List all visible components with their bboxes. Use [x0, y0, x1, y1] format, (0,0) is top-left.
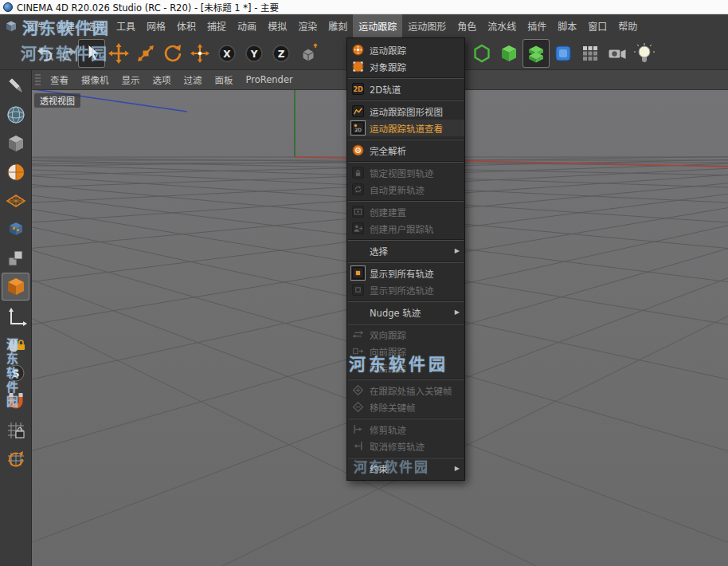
coordinate-system-icon[interactable] [295, 39, 322, 68]
svg-text:2D: 2D [355, 128, 362, 132]
live-selection-icon[interactable] [78, 39, 105, 68]
x-axis-lock-icon[interactable]: X [213, 39, 241, 68]
enable-axis-icon[interactable] [2, 301, 29, 329]
menubar-item-tools[interactable]: 工具 [111, 14, 141, 37]
menubar-item-mesh[interactable]: 网格 [141, 14, 171, 37]
menu-item-label: 双向跟踪 [370, 328, 406, 341]
insert-keyframe-icon [351, 383, 365, 397]
menu-item-constraint[interactable]: 约束▶ [347, 460, 464, 477]
window-title: CINEMA 4D R20.026 Studio (RC - R20) - [未… [17, 1, 279, 14]
scale-tool-icon[interactable] [132, 39, 159, 68]
menu-item-motion-tracker[interactable]: 运动跟踪 [347, 41, 464, 58]
menubar-item-create[interactable]: 创建 [50, 14, 80, 37]
menu-separator [348, 301, 464, 302]
model-mode-icon[interactable] [2, 129, 29, 157]
menu-item-graph-view[interactable]: 运动跟踪图形视图 [347, 103, 464, 120]
texture-mode-icon[interactable] [2, 158, 29, 186]
viewport-menu-view[interactable]: 查看 [44, 73, 75, 86]
menubar-item-window[interactable]: 窗口 [582, 14, 613, 37]
viewport-menu-panel[interactable]: 面板 [209, 73, 240, 86]
undo-icon[interactable] [35, 39, 57, 68]
track-bidirectional-icon [351, 328, 365, 341]
menu-item-show-all-tracks[interactable]: 显示到所有轨迹 [347, 265, 464, 281]
rotate-tool-icon[interactable] [159, 39, 186, 68]
menubar-item-sculpt[interactable]: 雕刻 [323, 14, 353, 37]
menu-item-label: 在跟踪处插入关键帧 [370, 384, 452, 397]
workplane-mode-icon[interactable] [2, 187, 29, 214]
svg-text:Z: Z [278, 49, 285, 60]
create-user-track-icon [351, 222, 365, 235]
show-selected-tracks-icon [351, 283, 365, 297]
menu-item-track-forward: 向前跟踪 [347, 343, 464, 360]
menubar-item-script[interactable]: 脚本 [552, 14, 582, 37]
menubar-item-animate[interactable]: 动画 [232, 14, 262, 37]
menubar-item-pipeline[interactable]: 流水线 [482, 14, 522, 37]
viewport-menu-options[interactable]: 选项 [147, 73, 178, 86]
menubar-item-snap[interactable]: 捕捉 [202, 14, 232, 37]
menu-item-nudge-track[interactable]: Nudge 轨迹▶ [347, 304, 464, 320]
points-mode-icon[interactable] [2, 215, 29, 243]
z-axis-lock-icon[interactable]: Z [268, 39, 295, 68]
workplane-snap-icon[interactable] [2, 445, 29, 473]
svg-text:S: S [12, 368, 19, 379]
axis-lock-icon[interactable] [2, 330, 29, 358]
snap-magnet-icon[interactable] [2, 387, 29, 415]
menu-item-label: 运动跟踪 [370, 44, 406, 57]
last-tool-icon[interactable] [186, 39, 213, 68]
menubar-item-character[interactable]: 角色 [452, 14, 482, 37]
redo-icon[interactable] [57, 39, 78, 68]
menu-separator [348, 77, 464, 79]
viewport-solo-icon[interactable]: S [2, 359, 29, 387]
menubar-item-file[interactable]: 文件 [20, 14, 50, 37]
menubar-item-motion-graphics[interactable]: 运动图形 [402, 14, 452, 37]
menubar-item-select[interactable]: 选择 [80, 14, 111, 37]
menubar-item-simulate[interactable]: 模拟 [262, 14, 292, 37]
menubar-item-motion-tracker[interactable]: 运动跟踪 [353, 14, 402, 37]
show-all-tracks-icon [351, 266, 365, 280]
move-tool-icon[interactable] [105, 39, 132, 68]
menu-item-object-tracker[interactable]: 对象跟踪 [347, 58, 464, 75]
menu-item-select[interactable]: 选择▶ [347, 242, 464, 259]
track-view-icon: 2D [351, 121, 365, 135]
menu-item-create-user-track: 创建用户跟踪轨 [347, 220, 464, 237]
workplane-lock-icon[interactable] [2, 416, 29, 444]
object-tracker-icon [351, 60, 365, 73]
menubar-item-help[interactable]: 帮助 [613, 14, 643, 37]
menu-separator [348, 200, 464, 202]
left-toolbar: S [0, 70, 32, 566]
camera-icon[interactable] [604, 39, 631, 68]
array-icon[interactable] [577, 39, 604, 68]
menu-item-full-solve[interactable]: 完全解析 [347, 142, 464, 159]
track-2d-icon: 2D [351, 82, 365, 96]
menubar-item-render[interactable]: 渲染 [292, 14, 323, 37]
polygons-mode-icon[interactable] [2, 273, 29, 301]
menu-item-no-icon [351, 462, 365, 475]
viewport-menu-filter[interactable]: 过滤 [178, 73, 209, 86]
primitive-stack-icon[interactable] [523, 39, 550, 68]
viewport-menu-cameras[interactable]: 摄像机 [75, 73, 115, 86]
menu-item-label: 对象跟踪 [370, 61, 406, 73]
floor-icon[interactable] [550, 39, 577, 68]
grip-handle-icon[interactable] [35, 74, 41, 86]
coordinate-globe-icon[interactable] [2, 100, 29, 128]
menu-separator [348, 239, 464, 241]
menu-item-label: 向前跟踪 [370, 345, 406, 358]
menu-item-label: 创建用户跟踪轨 [370, 222, 434, 235]
edges-mode-icon[interactable] [2, 244, 29, 272]
menu-separator [348, 161, 464, 163]
menubar-item-volume[interactable]: 体积 [171, 14, 202, 37]
primitive-cube-icon[interactable] [495, 39, 523, 68]
viewport-menu-display[interactable]: 显示 [115, 73, 147, 86]
menubar-item-plugins[interactable]: 插件 [522, 14, 552, 37]
menu-item-2d-track[interactable]: 2D2D轨道 [347, 81, 464, 97]
make-editable-icon[interactable] [2, 72, 29, 100]
menu-item-track-bidirectional: 双向跟踪 [347, 326, 464, 343]
light-icon[interactable] [631, 39, 658, 68]
subdivision-surface-icon[interactable] [468, 39, 495, 68]
viewport-menu-prorender[interactable]: ProRender [240, 74, 299, 85]
titlebar: CINEMA 4D R20.026 Studio (RC - R20) - [未… [0, 0, 728, 14]
y-axis-lock-icon[interactable]: Y [241, 39, 268, 68]
menubar-cube-icon[interactable] [2, 14, 20, 37]
menu-item-label: 显示到所有轨迹 [370, 267, 434, 280]
menu-item-track-view[interactable]: 2D运动跟踪轨道查看 [347, 120, 464, 136]
